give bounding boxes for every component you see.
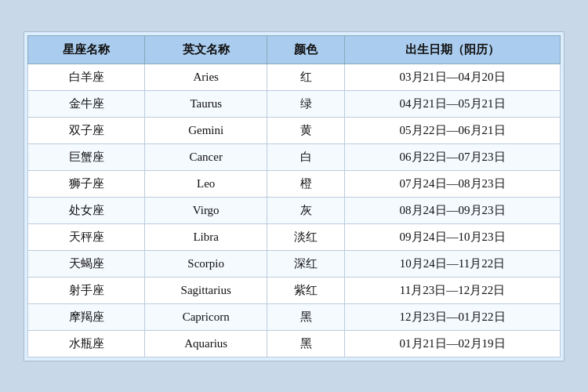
cell-en-name: Aries	[145, 64, 267, 90]
cell-zh-name: 摩羯座	[28, 303, 145, 330]
cell-date: 06月22日—07月23日	[345, 143, 561, 170]
table-row: 巨蟹座Cancer白06月22日—07月23日	[28, 143, 561, 170]
cell-en-name: Cancer	[145, 143, 267, 170]
cell-zh-name: 水瓶座	[28, 330, 145, 357]
cell-date: 12月23日—01月22日	[345, 303, 561, 330]
cell-date: 10月24日—11月22日	[345, 250, 561, 277]
header-en-name: 英文名称	[145, 35, 267, 64]
table-row: 白羊座Aries红03月21日—04月20日	[28, 64, 561, 90]
table-container: 星座名称 英文名称 颜色 出生日期（阳历） 白羊座Aries红03月21日—04…	[24, 31, 564, 361]
cell-zh-name: 天蝎座	[28, 250, 145, 277]
header-date: 出生日期（阳历）	[345, 35, 561, 64]
table-row: 天秤座Libra淡红09月24日—10月23日	[28, 223, 561, 250]
cell-date: 07月24日—08月23日	[345, 170, 561, 197]
cell-color: 白	[267, 143, 345, 170]
table-row: 水瓶座Aquarius黑01月21日—02月19日	[28, 330, 561, 357]
cell-zh-name: 金牛座	[28, 90, 145, 117]
cell-zh-name: 巨蟹座	[28, 143, 145, 170]
cell-en-name: Virgo	[145, 197, 267, 223]
cell-color: 淡红	[267, 223, 345, 250]
cell-color: 红	[267, 64, 345, 90]
zodiac-table: 星座名称 英文名称 颜色 出生日期（阳历） 白羊座Aries红03月21日—04…	[27, 35, 561, 358]
cell-date: 11月23日—12月22日	[345, 277, 561, 303]
cell-color: 深红	[267, 250, 345, 277]
cell-color: 黑	[267, 330, 345, 357]
cell-zh-name: 双子座	[28, 117, 145, 143]
header-color: 颜色	[267, 35, 345, 64]
cell-color: 黑	[267, 303, 345, 330]
cell-zh-name: 处女座	[28, 197, 145, 223]
cell-color: 灰	[267, 197, 345, 223]
cell-date: 01月21日—02月19日	[345, 330, 561, 357]
cell-en-name: Scorpio	[145, 250, 267, 277]
cell-en-name: Gemini	[145, 117, 267, 143]
cell-en-name: Sagittarius	[145, 277, 267, 303]
cell-date: 03月21日—04月20日	[345, 64, 561, 90]
cell-en-name: Capricorn	[145, 303, 267, 330]
cell-color: 紫红	[267, 277, 345, 303]
cell-en-name: Leo	[145, 170, 267, 197]
table-row: 金牛座Taurus绿04月21日—05月21日	[28, 90, 561, 117]
table-row: 狮子座Leo橙07月24日—08月23日	[28, 170, 561, 197]
cell-en-name: Taurus	[145, 90, 267, 117]
cell-zh-name: 狮子座	[28, 170, 145, 197]
cell-date: 04月21日—05月21日	[345, 90, 561, 117]
cell-color: 绿	[267, 90, 345, 117]
table-row: 射手座Sagittarius紫红11月23日—12月22日	[28, 277, 561, 303]
header-zh-name: 星座名称	[28, 35, 145, 64]
cell-date: 05月22日—06月21日	[345, 117, 561, 143]
cell-en-name: Aquarius	[145, 330, 267, 357]
table-row: 处女座Virgo灰08月24日—09月23日	[28, 197, 561, 223]
table-row: 双子座Gemini黄05月22日—06月21日	[28, 117, 561, 143]
cell-date: 09月24日—10月23日	[345, 223, 561, 250]
cell-en-name: Libra	[145, 223, 267, 250]
table-row: 天蝎座Scorpio深红10月24日—11月22日	[28, 250, 561, 277]
cell-zh-name: 天秤座	[28, 223, 145, 250]
cell-zh-name: 白羊座	[28, 64, 145, 90]
cell-zh-name: 射手座	[28, 277, 145, 303]
table-row: 摩羯座Capricorn黑12月23日—01月22日	[28, 303, 561, 330]
cell-date: 08月24日—09月23日	[345, 197, 561, 223]
cell-color: 黄	[267, 117, 345, 143]
table-header-row: 星座名称 英文名称 颜色 出生日期（阳历）	[28, 35, 561, 64]
table-body: 白羊座Aries红03月21日—04月20日金牛座Taurus绿04月21日—0…	[28, 64, 561, 357]
cell-color: 橙	[267, 170, 345, 197]
